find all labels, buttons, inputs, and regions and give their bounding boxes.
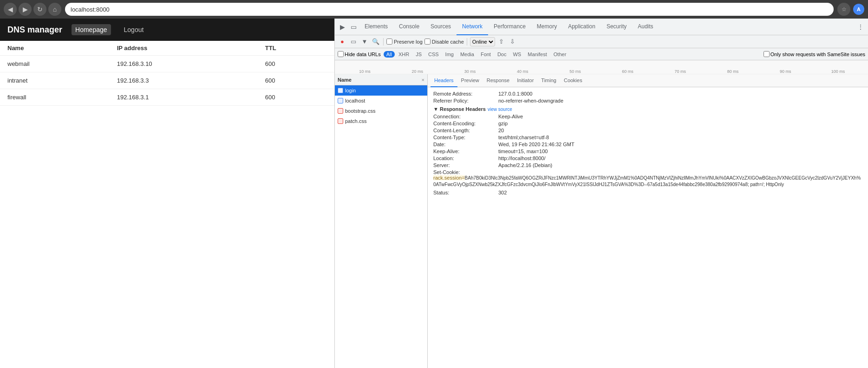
network-list-item[interactable]: localhost xyxy=(335,96,427,106)
record-button[interactable]: ● xyxy=(338,37,347,46)
devtools-tabs: ▶ ▭ ElementsConsoleSourcesNetworkPerform… xyxy=(335,19,868,35)
network-list-item[interactable]: patch.css xyxy=(335,116,427,126)
devtools-tab-application[interactable]: Application xyxy=(562,19,601,35)
headers-content: Remote Address: 127.0.0.1:8000 Referrer … xyxy=(428,87,868,200)
network-item-name: login xyxy=(345,88,356,93)
network-list-name-col: Name xyxy=(338,77,422,83)
back-button[interactable]: ◀ xyxy=(4,3,17,16)
main-layout: DNS manager Homepage Logout Name IP addr… xyxy=(0,19,868,368)
set-cookie-row: Set-Cookie: rack.session=BAh7B0kiD3Nlc3N… xyxy=(433,169,862,188)
export-button[interactable]: ⇩ xyxy=(508,37,517,46)
devtools-tab-console[interactable]: Console xyxy=(393,19,425,35)
search-button[interactable]: 🔍 xyxy=(371,37,380,46)
filter-chip-css[interactable]: CSS xyxy=(425,51,442,58)
set-cookie-val: rack.session=BAh7B0kiD3Nlc3Npb25faWQ6OGZ… xyxy=(433,175,862,188)
filter-chip-js[interactable]: JS xyxy=(413,51,424,58)
preserve-log-checkbox[interactable] xyxy=(386,39,392,45)
home-button[interactable]: ⌂ xyxy=(48,3,61,16)
devtools-tab-elements[interactable]: Elements xyxy=(359,19,393,35)
headers-tab-timing[interactable]: Timing xyxy=(537,74,560,87)
response-header-key: Server: xyxy=(433,162,498,168)
network-item-icon-doc xyxy=(338,88,343,93)
headers-tab-headers[interactable]: Headers xyxy=(431,74,457,87)
network-list-item[interactable]: login xyxy=(335,85,427,96)
reload-button[interactable]: ↻ xyxy=(33,3,46,16)
browser-chrome: ◀ ▶ ↻ ⌂ localhost:8000 ☆ A xyxy=(0,0,868,19)
inspect-element-button[interactable]: ▶ xyxy=(337,21,348,32)
cell-name: firewall xyxy=(0,89,110,106)
address-bar[interactable]: localhost:8000 xyxy=(65,3,834,16)
network-item-name: localhost xyxy=(345,98,365,103)
response-header-val: Wed, 19 Feb 2020 21:46:32 GMT xyxy=(498,142,574,147)
nav-logout[interactable]: Logout xyxy=(120,24,148,35)
network-list-close-btn[interactable]: × xyxy=(422,77,424,83)
clear-button[interactable]: ▭ xyxy=(349,37,358,46)
headers-tab-response[interactable]: Response xyxy=(483,74,514,87)
preserve-log-label[interactable]: Preserve log xyxy=(386,39,423,45)
network-list-item[interactable]: bootstrap.css xyxy=(335,106,427,116)
devtools-tab-network[interactable]: Network xyxy=(457,19,488,35)
response-header-row: Keep-Alive:timeout=15, max=100 xyxy=(433,148,862,154)
cell-name: webmail xyxy=(0,56,110,72)
response-header-val: Apache/2.2.16 (Debian) xyxy=(498,162,552,168)
network-list-items: loginlocalhostbootstrap.csspatch.css xyxy=(335,85,427,368)
devtools-tab-audits[interactable]: Audits xyxy=(632,19,659,35)
network-list: Name × loginlocalhostbootstrap.csspatch.… xyxy=(335,74,428,368)
timeline-marker: 60 ms xyxy=(601,69,654,74)
table-row: firewall192.168.3.1600 xyxy=(0,89,334,106)
import-button[interactable]: ⇧ xyxy=(497,37,506,46)
filter-chip-manifest[interactable]: Manifest xyxy=(525,51,550,58)
device-toolbar-button[interactable]: ▭ xyxy=(348,21,359,32)
devtools-overflow: ⋮ xyxy=(855,21,866,32)
devtools-tab-memory[interactable]: Memory xyxy=(531,19,562,35)
network-toolbar: ● ▭ ▼ 🔍 Preserve log Disable cache Onlin… xyxy=(335,35,868,48)
col-ip: IP address xyxy=(110,41,258,56)
filter-chip-xhr[interactable]: XHR xyxy=(396,51,412,58)
network-item-icon-css xyxy=(338,108,343,114)
hide-data-urls-label[interactable]: Hide data URLs xyxy=(338,51,381,57)
cell-ttl: 600 xyxy=(258,72,334,89)
filter-button[interactable]: ▼ xyxy=(360,37,369,46)
filter-chip-media[interactable]: Media xyxy=(457,51,477,58)
view-source-link[interactable]: view source xyxy=(488,107,512,112)
nav-homepage[interactable]: Homepage xyxy=(72,24,111,35)
table-row: intranet192.168.3.3600 xyxy=(0,72,334,89)
same-site-checkbox[interactable] xyxy=(764,51,770,57)
filter-chip-img[interactable]: Img xyxy=(443,51,457,58)
devtools-tab-performance[interactable]: Performance xyxy=(488,19,531,35)
more-options-button[interactable]: ⋮ xyxy=(855,21,866,32)
devtools-tab-sources[interactable]: Sources xyxy=(425,19,457,35)
status-val: 302 xyxy=(498,190,507,195)
filter-chip-other[interactable]: Other xyxy=(551,51,569,58)
network-filter-row: Hide data URLs AllXHRJSCSSImgMediaFontDo… xyxy=(335,48,868,60)
bookmark-button[interactable]: ☆ xyxy=(837,3,850,16)
response-header-row: Server:Apache/2.2.16 (Debian) xyxy=(433,162,862,168)
same-site-label[interactable]: Only show requests with SameSite issues xyxy=(764,51,865,57)
col-ttl: TTL xyxy=(258,41,334,56)
disable-cache-label[interactable]: Disable cache xyxy=(424,39,464,45)
toolbar-sep-1 xyxy=(383,38,384,45)
hide-data-urls-checkbox[interactable] xyxy=(338,51,344,57)
filter-chip-doc[interactable]: Doc xyxy=(495,51,509,58)
set-cookie-key: Set-Cookie: xyxy=(433,169,862,175)
timeline-marker: 80 ms xyxy=(706,69,759,74)
network-item-name: patch.css xyxy=(345,118,366,124)
throttle-select[interactable]: Online xyxy=(470,37,495,46)
headers-tab-preview[interactable]: Preview xyxy=(457,74,483,87)
response-header-key: Date: xyxy=(433,142,498,147)
filter-chip-all[interactable]: All xyxy=(384,51,395,58)
headers-tab-cookies[interactable]: Cookies xyxy=(560,74,586,87)
timeline-marker: 100 ms xyxy=(812,69,864,74)
response-header-key: Location: xyxy=(433,155,498,161)
user-avatar[interactable]: A xyxy=(853,4,864,15)
filter-chip-font[interactable]: Font xyxy=(478,51,494,58)
timeline-marker: 20 ms xyxy=(391,69,444,74)
disable-cache-checkbox[interactable] xyxy=(424,39,431,45)
devtools-tab-security[interactable]: Security xyxy=(601,19,632,35)
filter-chip-ws[interactable]: WS xyxy=(510,51,524,58)
response-header-val: timeout=15, max=100 xyxy=(498,148,548,154)
response-header-key: Keep-Alive: xyxy=(433,148,498,154)
forward-button[interactable]: ▶ xyxy=(19,3,32,16)
headers-tab-initiator[interactable]: Initiator xyxy=(513,74,537,87)
response-header-val: Keep-Alive xyxy=(498,114,523,119)
